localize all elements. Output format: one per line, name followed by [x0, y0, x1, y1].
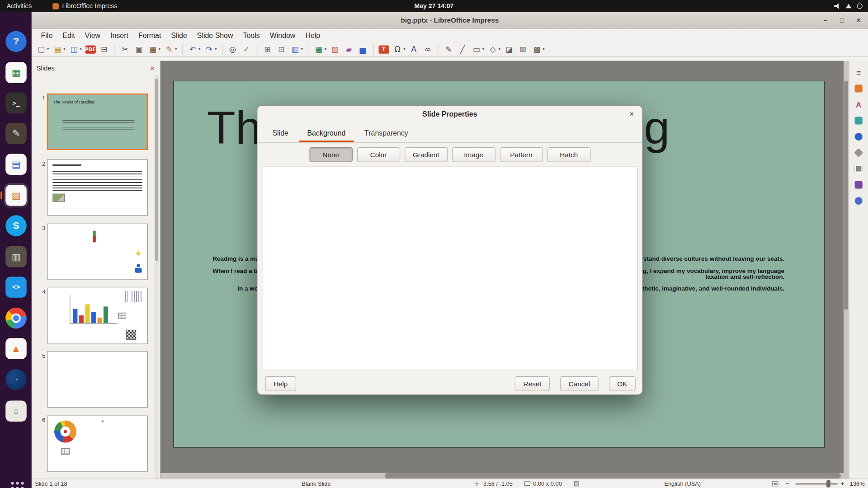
libreoffice-impress-icon[interactable]: ▧: [4, 183, 28, 207]
clock[interactable]: May 27 14:07: [415, 3, 454, 9]
slide-thumbnail-row-1[interactable]: 1 The Power of Reading: [37, 94, 148, 150]
libreoffice-calc-icon[interactable]: ▦: [4, 60, 28, 84]
window-titlebar[interactable]: big.pptx - LibreOffice Impress − □ ✕: [32, 12, 868, 29]
zoom-percent[interactable]: 136%: [850, 480, 865, 487]
menu-format[interactable]: Format: [133, 30, 166, 42]
app-grid-icon[interactable]: [4, 475, 28, 488]
menu-help[interactable]: Help: [300, 30, 325, 42]
document-modified-icon[interactable]: [574, 481, 579, 486]
software-icon[interactable]: ⌂: [4, 399, 28, 423]
insert-line-button[interactable]: ╱: [456, 42, 469, 56]
slide-thumbnail-3[interactable]: [47, 224, 148, 280]
fontwork-button[interactable]: A: [407, 42, 420, 56]
scrollbar-thumb[interactable]: [844, 81, 848, 310]
cancel-button[interactable]: Cancel: [560, 376, 598, 391]
display-views-button[interactable]: ▥: [289, 42, 304, 56]
save-button[interactable]: ◫: [67, 42, 83, 56]
zoom-slider[interactable]: [796, 483, 838, 485]
slide-thumbnail-row-4[interactable]: 4: [37, 288, 148, 344]
gallery-icon[interactable]: [852, 162, 865, 175]
dialog-close-icon[interactable]: ✕: [627, 109, 636, 118]
dropdown-caret-icon[interactable]: [301, 47, 303, 52]
dialog-titlebar[interactable]: Slide Properties ✕: [257, 106, 642, 122]
basic-shapes-button[interactable]: ▭: [470, 42, 486, 56]
redo-button[interactable]: ↷: [203, 42, 218, 56]
slides-panel-close-icon[interactable]: ✕: [150, 65, 155, 72]
slide-thumbnail-6[interactable]: [47, 416, 148, 472]
system-status-area[interactable]: [834, 3, 862, 9]
fill-image-button[interactable]: Image: [452, 147, 495, 162]
menu-window[interactable]: Window: [265, 30, 301, 42]
zoom-out-button[interactable]: −: [786, 480, 789, 487]
tab-background[interactable]: Background: [299, 126, 354, 142]
help-icon[interactable]: ?: [4, 29, 28, 54]
focused-app-indicator[interactable]: LibreOffice Impress: [53, 3, 118, 9]
minimize-button[interactable]: −: [821, 15, 830, 25]
dropdown-caret-icon[interactable]: [80, 47, 81, 52]
slide-transition-icon[interactable]: [852, 114, 865, 127]
show-draw-functions-button[interactable]: ✎: [443, 42, 455, 56]
paste-button[interactable]: ▦: [146, 42, 162, 56]
files-icon[interactable]: ▥: [4, 244, 28, 269]
slide-thumbnail-2[interactable]: [47, 160, 148, 216]
insert-media-button[interactable]: ▰: [343, 42, 355, 56]
crop-image-button[interactable]: ⊠: [517, 42, 529, 56]
menu-slide-show[interactable]: Slide Show: [192, 30, 238, 42]
dropdown-caret-icon[interactable]: [482, 47, 484, 52]
display-grid-button[interactable]: ⊞: [261, 42, 274, 56]
fill-pattern-button[interactable]: Pattern: [500, 147, 543, 162]
ok-button[interactable]: OK: [609, 376, 636, 391]
scrollbar-thumb[interactable]: [385, 473, 841, 479]
animation-icon[interactable]: [852, 194, 865, 207]
chrome-icon[interactable]: [4, 306, 28, 330]
vlc-icon[interactable]: ▲: [4, 336, 28, 361]
fit-slide-icon[interactable]: [772, 481, 778, 486]
language-status[interactable]: English (USA): [664, 480, 701, 487]
slide-layout-name[interactable]: Blank Slide: [302, 480, 330, 487]
insert-image-button[interactable]: ▨: [329, 42, 341, 56]
zoom-slider-thumb[interactable]: [826, 480, 830, 488]
scrollbar-thumb[interactable]: [155, 79, 158, 261]
snap-to-grid-button[interactable]: ⊡: [275, 42, 288, 56]
tab-transparency[interactable]: Transparency: [356, 126, 416, 142]
terminal-icon[interactable]: >_: [4, 91, 28, 115]
undo-button[interactable]: ↶: [186, 42, 202, 56]
reset-button[interactable]: Reset: [515, 376, 550, 391]
print-button[interactable]: ⊟: [98, 42, 110, 56]
help-button[interactable]: Help: [265, 376, 296, 391]
copy-button[interactable]: ▣: [132, 42, 145, 56]
fill-none-button[interactable]: None: [309, 147, 353, 162]
slide-thumbnail-row-3[interactable]: 3: [37, 224, 148, 280]
spelling-button[interactable]: ✓: [240, 42, 253, 56]
dropdown-caret-icon[interactable]: [47, 47, 49, 52]
libreoffice-writer-icon[interactable]: ▤: [4, 152, 28, 177]
find-and-replace-button[interactable]: ◎: [226, 42, 239, 56]
navigator-icon[interactable]: [852, 130, 865, 143]
menu-view[interactable]: View: [80, 30, 105, 42]
dropdown-caret-icon[interactable]: [159, 47, 160, 52]
new-document-button[interactable]: ▢: [35, 42, 50, 56]
dropdown-caret-icon[interactable]: [403, 47, 405, 52]
cut-button[interactable]: ✂: [119, 42, 132, 56]
dropdown-caret-icon[interactable]: [325, 47, 326, 52]
menu-insert[interactable]: Insert: [105, 30, 133, 42]
tab-slide[interactable]: Slide: [264, 126, 297, 142]
clone-formatting-button[interactable]: ✎: [163, 42, 178, 56]
gimp-icon[interactable]: ✎: [4, 121, 28, 145]
open-file-button[interactable]: ▤: [51, 42, 66, 56]
slides-panel-scrollbar[interactable]: [155, 75, 159, 488]
shapes-icon[interactable]: [852, 146, 865, 159]
insert-hyperlink-button[interactable]: ∞: [421, 42, 434, 56]
dropdown-caret-icon[interactable]: [175, 47, 177, 52]
dropdown-caret-icon[interactable]: [499, 47, 500, 52]
properties-icon[interactable]: [852, 82, 865, 95]
slide-thumbnail-row-5[interactable]: 5: [37, 352, 148, 408]
close-button[interactable]: ✕: [854, 15, 863, 25]
dropdown-caret-icon[interactable]: [198, 47, 200, 52]
fill-color-button[interactable]: Color: [357, 147, 400, 162]
shadow-button[interactable]: ◪: [503, 42, 515, 56]
dropdown-caret-icon[interactable]: [215, 47, 217, 52]
firefox-icon[interactable]: ◔: [4, 367, 28, 392]
menu-edit[interactable]: Edit: [57, 30, 80, 42]
horizontal-scrollbar[interactable]: [160, 473, 844, 479]
